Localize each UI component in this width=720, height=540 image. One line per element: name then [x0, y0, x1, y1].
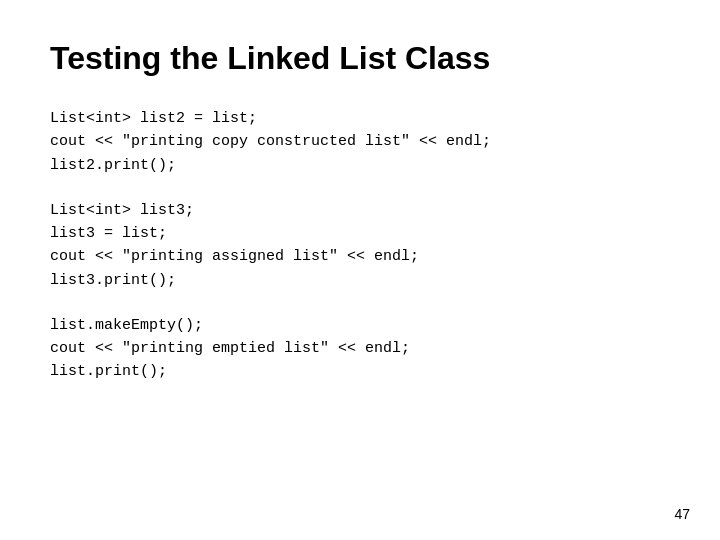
code-line: list3.print();: [50, 269, 670, 292]
code-block-3: list.makeEmpty(); cout << "printing empt…: [50, 314, 670, 384]
code-line: cout << "printing assigned list" << endl…: [50, 245, 670, 268]
page-number: 47: [674, 506, 690, 522]
code-block-1: List<int> list2 = list; cout << "printin…: [50, 107, 670, 177]
slide-title: Testing the Linked List Class: [50, 40, 670, 77]
code-line: cout << "printing copy constructed list"…: [50, 130, 670, 153]
code-line: cout << "printing emptied list" << endl;: [50, 337, 670, 360]
code-line: list2.print();: [50, 154, 670, 177]
slide: Testing the Linked List Class List<int> …: [0, 0, 720, 540]
code-line: List<int> list2 = list;: [50, 107, 670, 130]
code-line: list.makeEmpty();: [50, 314, 670, 337]
code-line: list.print();: [50, 360, 670, 383]
code-line: list3 = list;: [50, 222, 670, 245]
code-block-2: List<int> list3; list3 = list; cout << "…: [50, 199, 670, 292]
code-line: List<int> list3;: [50, 199, 670, 222]
